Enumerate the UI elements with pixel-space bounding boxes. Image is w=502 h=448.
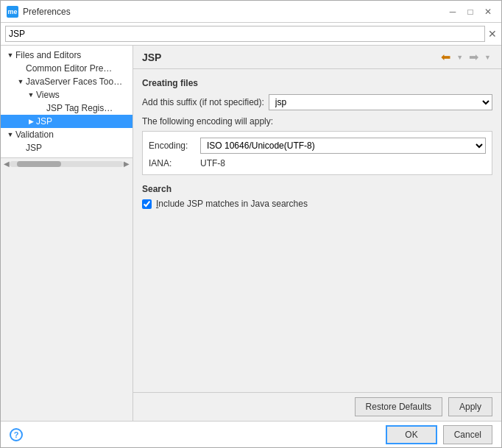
include-jsp-checkbox[interactable] [142,199,152,209]
titlebar: me Preferences ─ □ ✕ [1,1,501,23]
right-panel: JSP ⬅ ▼ ➡ ▼ Creating files Add this suff… [133,46,501,421]
collapse-arrow-validation: ▼ [5,129,15,140]
sidebar-item-jsp[interactable]: ▶ JSP [1,115,132,128]
preferences-window: me Preferences ─ □ ✕ ✕ ▼ Files and Edito… [0,0,502,448]
suffix-label: Add this suffix (if not specified): [142,97,264,107]
help-icon[interactable]: ? [10,428,23,441]
collapse-arrow-javaserver: ▼ [15,77,26,87]
status-bar: ? OK Cancel [1,421,501,447]
iana-value: UTF-8 [200,158,225,168]
nav-forward-button[interactable]: ➡ [467,50,480,64]
scroll-right-button[interactable]: ▶ [124,160,130,168]
sidebar-item-validation-jsp[interactable]: JSP [1,141,132,154]
window-controls: ─ □ ✕ [445,4,495,19]
apply-button[interactable]: Apply [448,397,492,416]
cancel-button[interactable]: Cancel [443,425,492,444]
window-title: Preferences [23,7,445,17]
sidebar-item-javaserver[interactable]: ▼ JavaServer Faces Too… [1,75,132,88]
right-nav-controls: ⬅ ▼ ➡ ▼ [439,50,492,64]
sidebar-scrollbar[interactable]: ◀ ▶ [1,157,132,169]
search-input[interactable] [5,26,485,42]
encoding-select[interactable]: ISO 10646/Unicode(UTF-8) [200,138,486,154]
encoding-label: Encoding: [149,141,200,151]
include-jsp-row: Include JSP matches in Java searches [142,199,492,209]
sidebar-item-views[interactable]: ▼ Views [1,88,132,102]
restore-defaults-button[interactable]: Restore Defaults [355,397,442,416]
right-header: JSP ⬅ ▼ ➡ ▼ [133,46,501,69]
search-section-title: Search [142,184,492,194]
scroll-left-button[interactable]: ◀ [4,160,10,168]
no-arrow-common [15,63,26,74]
scroll-track [10,161,124,167]
minimize-button[interactable]: ─ [445,4,460,19]
nav-dropdown-back[interactable]: ▼ [455,54,464,61]
bottom-bar: Restore Defaults Apply [133,392,501,421]
expand-arrow-jsp: ▶ [26,116,36,127]
collapse-arrow-views: ▼ [26,90,36,100]
sidebar-label-validation-jsp: JSP [26,143,42,153]
sidebar-label-jsp-tag-regis: JSP Tag Regis… [46,103,113,113]
main-content: ▼ Files and Editors Common Editor Pre… ▼… [1,46,501,421]
app-icon: me [7,6,18,18]
include-jsp-label: Include JSP matches in Java searches [156,199,308,209]
search-clear-button[interactable]: ✕ [488,28,497,40]
sidebar-label-common-editor: Common Editor Pre… [26,63,112,74]
sidebar-item-jsp-tag-regis[interactable]: JSP Tag Regis… [1,102,132,115]
iana-label: IANA: [149,158,200,168]
sidebar-tree: ▼ Files and Editors Common Editor Pre… ▼… [1,46,133,157]
sidebar-label-validation: Validation [15,129,54,140]
maximize-button[interactable]: □ [463,4,478,19]
iana-row: IANA: UTF-8 [149,158,486,168]
encoding-section-label: The following encoding will apply: [142,116,492,127]
sidebar-label-views: Views [36,90,60,100]
right-content: Creating files Add this suffix (if not s… [133,69,501,392]
right-panel-title: JSP [142,51,161,63]
sidebar-label-files-and-editors: Files and Editors [15,50,81,60]
sidebar-label-javaserver: JavaServer Faces Too… [26,77,122,87]
search-bar: ✕ [1,23,501,46]
collapse-arrow-files: ▼ [5,50,15,60]
ok-cancel-buttons: OK Cancel [386,425,492,444]
sidebar-item-files-and-editors[interactable]: ▼ Files and Editors [1,49,132,62]
encoding-row: Encoding: ISO 10646/Unicode(UTF-8) [149,138,486,154]
sidebar-item-validation[interactable]: ▼ Validation [1,128,132,141]
close-button[interactable]: ✕ [481,4,495,19]
scroll-thumb [17,161,61,167]
no-arrow-tag [36,103,46,113]
encoding-box: Encoding: ISO 10646/Unicode(UTF-8) IANA:… [142,131,492,175]
creating-files-title: Creating files [142,78,492,88]
sidebar-label-jsp: JSP [36,116,52,127]
suffix-row: Add this suffix (if not specified): jsp [142,94,492,110]
nav-back-button[interactable]: ⬅ [439,50,452,64]
sidebar-container: ▼ Files and Editors Common Editor Pre… ▼… [1,46,133,421]
nav-dropdown-forward[interactable]: ▼ [483,54,492,61]
sidebar-item-common-editor[interactable]: Common Editor Pre… [1,62,132,75]
ok-button[interactable]: OK [386,425,436,444]
no-arrow-validation-jsp [15,143,26,153]
suffix-select[interactable]: jsp [269,94,492,110]
